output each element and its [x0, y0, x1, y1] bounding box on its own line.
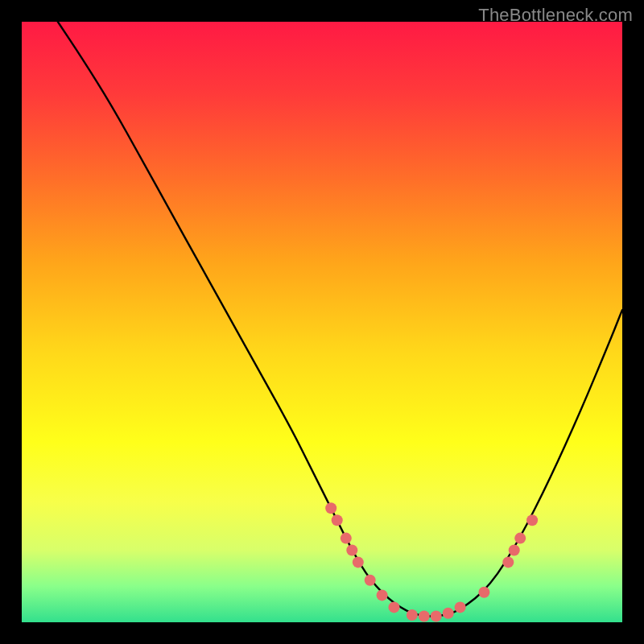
- data-marker: [419, 611, 430, 622]
- data-marker: [443, 608, 454, 619]
- data-marker: [407, 609, 418, 621]
- data-marker: [332, 514, 343, 526]
- data-markers: [325, 502, 538, 621]
- data-marker: [389, 601, 400, 613]
- bottleneck-curve: [58, 22, 622, 617]
- data-marker: [478, 587, 489, 598]
- data-marker: [509, 545, 520, 556]
- data-marker: [346, 545, 357, 556]
- data-marker: [377, 589, 388, 601]
- data-marker: [341, 533, 352, 544]
- data-marker: [514, 533, 526, 544]
- data-marker: [365, 575, 376, 586]
- data-marker: [325, 502, 336, 514]
- chart-svg: [22, 22, 622, 622]
- data-marker: [431, 611, 442, 622]
- data-marker: [455, 601, 466, 613]
- data-marker: [526, 514, 538, 526]
- data-marker: [353, 556, 364, 568]
- data-marker: [502, 556, 514, 568]
